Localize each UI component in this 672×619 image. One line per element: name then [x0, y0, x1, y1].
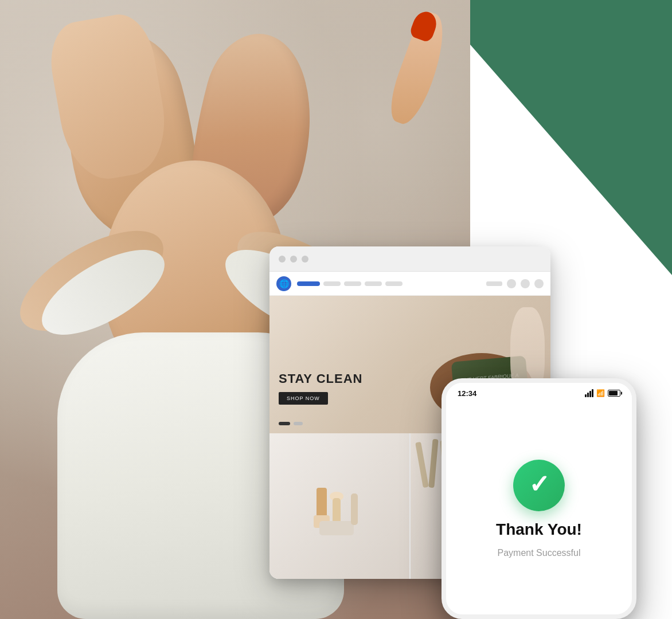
slide-dot-inactive: [294, 422, 303, 425]
slide-dot-active: [279, 422, 290, 425]
nav-links: [297, 281, 480, 286]
svg-rect-6: [415, 442, 429, 488]
battery-icon: [608, 390, 620, 397]
shop-now-button[interactable]: SHOP NOW: [279, 392, 328, 405]
svg-rect-5: [351, 493, 358, 525]
signal-bar-4: [592, 389, 593, 397]
phone-mockup: 12:34 📶 ✓ Thank You! Payment Successful: [442, 378, 636, 619]
browser-titlebar: [269, 246, 550, 272]
success-circle: ✓: [513, 460, 565, 511]
nav-icons: [486, 279, 544, 288]
browser-dot-2: [290, 256, 297, 263]
battery-fill: [609, 391, 618, 395]
nav-icon-search: [507, 279, 516, 288]
nav-link-4: [385, 281, 403, 286]
nav-link-3: [365, 281, 382, 286]
nav-logo: 🌐: [276, 276, 291, 291]
phone-status-icons: 📶: [585, 389, 620, 397]
signal-bar-2: [587, 393, 589, 397]
nav-link-1: [323, 281, 341, 286]
signal-bar-1: [585, 394, 587, 397]
hero-title: STAY CLEAN: [279, 371, 363, 386]
browser-dot-1: [279, 256, 286, 263]
phone-status-bar: 12:34 📶: [446, 383, 632, 403]
thank-you-heading: Thank You!: [496, 520, 582, 539]
nav-icon-user: [521, 279, 530, 288]
signal-bars: [585, 389, 593, 397]
phone-success-content: ✓ Thank You! Payment Successful: [446, 403, 632, 614]
nav-link-2: [344, 281, 361, 286]
nav-logo-icon: 🌐: [279, 279, 289, 288]
nav-icon-bar: [486, 281, 502, 286]
wifi-icon: 📶: [596, 389, 605, 397]
browser-nav: 🌐: [269, 272, 550, 296]
brushes-svg: [305, 476, 374, 539]
browser-dot-3: [302, 256, 308, 263]
svg-rect-7: [428, 439, 438, 488]
slide-dots: [279, 422, 303, 425]
product-cell-1[interactable]: [269, 433, 409, 579]
product-image-1: [269, 433, 409, 579]
phone-time: 12:34: [458, 389, 476, 398]
checkmark-icon: ✓: [529, 472, 550, 497]
hero-text-area: STAY CLEAN SHOP NOW: [279, 371, 363, 405]
nav-link-active: [297, 281, 320, 286]
nav-icon-cart: [534, 279, 544, 288]
payment-status-text: Payment Successful: [498, 548, 581, 558]
svg-rect-4: [319, 521, 354, 535]
signal-bar-3: [589, 391, 591, 397]
